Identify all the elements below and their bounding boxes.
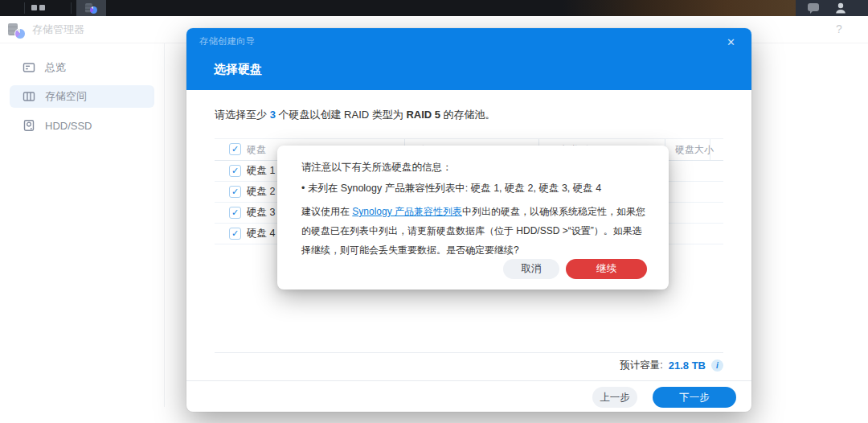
dialog-paragraph: 建议使用在 Synology 产品兼容性列表中列出的硬盘，以确保系统稳定性，如果… bbox=[301, 202, 647, 260]
next-button[interactable]: 下一步 bbox=[653, 387, 736, 408]
chat-icon[interactable] bbox=[807, 2, 820, 14]
footer-divider bbox=[186, 380, 751, 381]
cancel-button[interactable]: 取消 bbox=[503, 259, 559, 279]
dialog-bullet: • 未列在 Synology 产品兼容性列表中: 硬盘 1, 硬盘 2, 硬盘 … bbox=[301, 182, 601, 195]
wizard-header: 存储创建向导 选择硬盘 ✕ bbox=[186, 28, 751, 90]
wizard-instruction: 请选择至少 3 个硬盘以创建 RAID 类型为 RAID 5 的存储池。 bbox=[215, 108, 496, 122]
capacity-divider bbox=[215, 352, 723, 353]
taskbar-divider bbox=[71, 2, 72, 14]
disk-name: 硬盘 4 bbox=[247, 224, 275, 244]
wizard-step-title: 选择硬盘 bbox=[214, 62, 262, 77]
taskbar bbox=[0, 0, 868, 16]
disk-name: 硬盘 1 bbox=[247, 161, 275, 181]
estimated-capacity: 预计容量: 21.8 TB i bbox=[620, 359, 723, 372]
compatibility-warning-dialog: 请注意以下有关所选硬盘的信息： • 未列在 Synology 产品兼容性列表中:… bbox=[277, 146, 669, 290]
min-disk-count: 3 bbox=[270, 109, 276, 121]
close-icon[interactable]: ✕ bbox=[727, 36, 735, 48]
compatibility-list-link[interactable]: Synology 产品兼容性列表 bbox=[352, 206, 462, 217]
capacity-label: 预计容量: bbox=[620, 359, 662, 372]
open-apps-icon[interactable] bbox=[31, 5, 45, 10]
storage-manager-pie-icon bbox=[90, 6, 97, 14]
user-icon[interactable] bbox=[834, 2, 847, 14]
wizard-title: 存储创建向导 bbox=[199, 35, 255, 47]
row-checkbox[interactable]: ✓ bbox=[229, 228, 241, 240]
capacity-value: 21.8 TB bbox=[669, 359, 706, 372]
wallpaper-patch bbox=[563, 0, 796, 16]
taskbar-tray bbox=[796, 0, 868, 16]
info-icon[interactable]: i bbox=[711, 359, 723, 372]
previous-button[interactable]: 上一步 bbox=[592, 387, 637, 408]
row-checkbox[interactable]: ✓ bbox=[229, 165, 241, 177]
continue-button[interactable]: 继续 bbox=[566, 259, 647, 279]
disk-name: 硬盘 3 bbox=[247, 203, 275, 223]
dialog-intro: 请注意以下有关所选硬盘的信息： bbox=[301, 161, 452, 175]
column-header-disk[interactable]: 硬盘 bbox=[247, 139, 266, 160]
storage-manager-taskbar-button[interactable] bbox=[76, 0, 106, 16]
disk-name: 硬盘 2 bbox=[247, 182, 275, 202]
screen: 存储管理器 ? 总览 存储空间 HDD/ bbox=[0, 0, 868, 423]
taskbar-divider bbox=[24, 2, 25, 14]
column-separator bbox=[710, 139, 710, 160]
dialog-buttons: 取消 继续 bbox=[503, 259, 647, 279]
row-checkbox[interactable]: ✓ bbox=[229, 186, 241, 198]
row-checkbox[interactable]: ✓ bbox=[229, 207, 241, 219]
raid-type: RAID 5 bbox=[406, 109, 440, 121]
column-header-disk-size[interactable]: 硬盘大小 bbox=[675, 139, 714, 160]
select-all-checkbox[interactable]: ✓ bbox=[229, 143, 241, 155]
